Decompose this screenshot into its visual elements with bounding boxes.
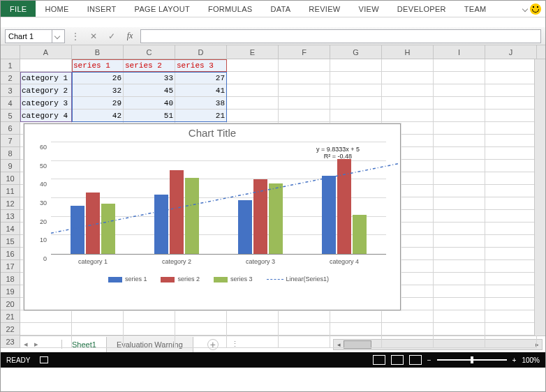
cell[interactable] — [227, 336, 279, 348]
cell[interactable] — [485, 336, 537, 348]
cell[interactable] — [382, 310, 434, 323]
cell[interactable] — [434, 97, 485, 110]
cell[interactable] — [124, 323, 175, 336]
cell[interactable] — [485, 122, 537, 135]
cell[interactable] — [434, 210, 485, 223]
cell[interactable] — [330, 336, 382, 348]
cell[interactable] — [72, 323, 124, 336]
feedback-icon[interactable] — [530, 3, 541, 15]
tab-view[interactable]: VIEW — [350, 1, 388, 17]
cell[interactable] — [227, 72, 279, 84]
row-header-20[interactable]: 20 — [1, 298, 20, 310]
cell[interactable] — [279, 84, 330, 97]
col-header-E[interactable]: E — [227, 45, 279, 59]
cell[interactable] — [434, 336, 485, 348]
cell[interactable] — [279, 97, 330, 110]
row-header-22[interactable]: 22 — [1, 323, 20, 336]
cell[interactable] — [330, 72, 382, 84]
chart-title[interactable]: Chart Title — [24, 124, 400, 143]
vertical-scrollbar[interactable] — [534, 59, 545, 336]
cell[interactable] — [175, 336, 227, 348]
zoom-value[interactable]: 100% — [522, 356, 540, 364]
row-header-6[interactable]: 6 — [1, 122, 20, 135]
row-header-19[interactable]: 19 — [1, 285, 20, 298]
cell[interactable] — [434, 197, 485, 210]
row-header-8[interactable]: 8 — [1, 147, 20, 160]
formula-input[interactable] — [140, 29, 541, 43]
row-header-14[interactable]: 14 — [1, 223, 20, 235]
row-header-21[interactable]: 21 — [1, 310, 20, 323]
cancel-icon[interactable]: ✕ — [86, 29, 101, 43]
chart-legend[interactable]: series 1 series 2 series 3 Linear(Series… — [51, 276, 386, 282]
tab-data[interactable]: DATA — [261, 1, 300, 17]
cell[interactable] — [485, 235, 537, 248]
cell[interactable] — [330, 59, 382, 72]
cell[interactable] — [382, 336, 434, 348]
cell[interactable] — [434, 185, 485, 197]
cell[interactable] — [485, 147, 537, 160]
name-box-dropdown-icon[interactable] — [54, 33, 59, 38]
tab-formulas[interactable]: FORMULAS — [199, 1, 262, 17]
cell[interactable] — [279, 310, 330, 323]
col-header-J[interactable]: J — [485, 45, 537, 59]
cell[interactable] — [434, 260, 485, 273]
cell[interactable] — [382, 59, 434, 72]
cell[interactable] — [434, 84, 485, 97]
select-all-cell[interactable] — [1, 45, 20, 59]
cell[interactable] — [434, 248, 485, 260]
cell[interactable] — [434, 110, 485, 122]
cell[interactable] — [434, 223, 485, 235]
cell[interactable] — [330, 110, 382, 122]
tab-insert[interactable]: INSERT — [78, 1, 126, 17]
row-header-2[interactable]: 2 — [1, 72, 20, 84]
row-header-3[interactable]: 3 — [1, 84, 20, 97]
name-box[interactable]: Chart 1 — [5, 29, 65, 43]
cell[interactable] — [434, 59, 485, 72]
cell[interactable] — [434, 273, 485, 285]
cell[interactable] — [434, 160, 485, 172]
cell[interactable] — [434, 298, 485, 310]
tab-home[interactable]: HOME — [36, 1, 78, 17]
cell[interactable] — [175, 323, 227, 336]
col-header-A[interactable]: A — [20, 45, 72, 59]
cell[interactable] — [227, 97, 279, 110]
cell[interactable] — [227, 110, 279, 122]
cell[interactable] — [279, 110, 330, 122]
row-header-5[interactable]: 5 — [1, 110, 20, 122]
col-header-D[interactable]: D — [175, 45, 227, 59]
cell[interactable] — [279, 72, 330, 84]
cell[interactable] — [485, 59, 537, 72]
macro-record-icon[interactable] — [40, 356, 48, 363]
row-header-23[interactable]: 23 — [1, 336, 20, 348]
cell[interactable] — [330, 323, 382, 336]
cell[interactable] — [227, 84, 279, 97]
col-header-F[interactable]: F — [279, 45, 330, 59]
row-header-10[interactable]: 10 — [1, 172, 20, 185]
cell[interactable] — [20, 59, 72, 72]
cell[interactable] — [227, 59, 279, 72]
cell[interactable] — [175, 310, 227, 323]
cell[interactable] — [330, 310, 382, 323]
cell[interactable] — [382, 110, 434, 122]
cell[interactable] — [434, 72, 485, 84]
cell[interactable] — [485, 223, 537, 235]
col-header-B[interactable]: B — [72, 45, 124, 59]
cell[interactable] — [485, 72, 537, 84]
cell[interactable] — [434, 135, 485, 147]
col-header-C[interactable]: C — [124, 45, 175, 59]
tab-team[interactable]: TEAM — [455, 1, 496, 17]
cell[interactable] — [485, 197, 537, 210]
cell[interactable] — [330, 84, 382, 97]
row-header-1[interactable]: 1 — [1, 59, 20, 72]
row-header-11[interactable]: 11 — [1, 185, 20, 197]
row-header-13[interactable]: 13 — [1, 210, 20, 223]
col-header-H[interactable]: H — [382, 45, 434, 59]
col-header-I[interactable]: I — [434, 45, 485, 59]
file-tab[interactable]: FILE — [1, 1, 36, 17]
cell[interactable] — [382, 97, 434, 110]
cell[interactable] — [485, 273, 537, 285]
cell[interactable] — [485, 323, 537, 336]
ribbon-options-icon[interactable] — [522, 6, 528, 11]
cell[interactable] — [20, 310, 72, 323]
cell[interactable] — [434, 235, 485, 248]
